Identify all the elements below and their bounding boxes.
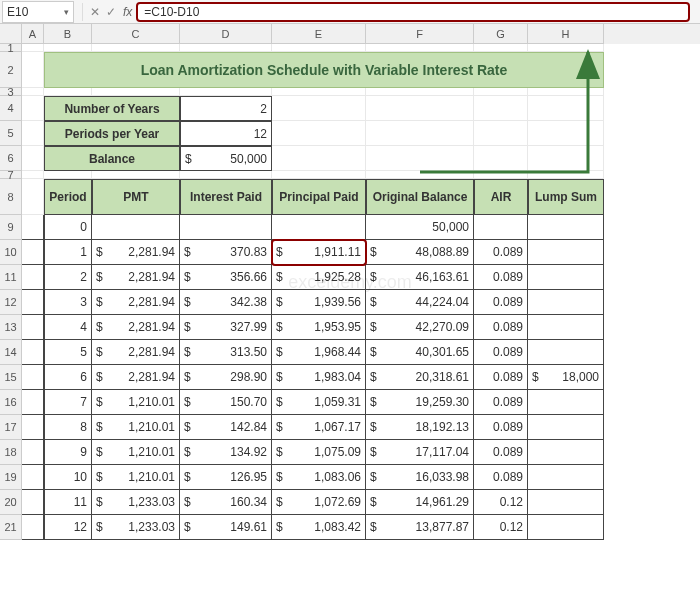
row-header[interactable]: 8 <box>0 179 22 215</box>
cell-interest[interactable]: $142.84 <box>180 415 272 440</box>
cell[interactable] <box>474 88 528 96</box>
cell[interactable] <box>22 146 44 171</box>
cell-period[interactable]: 12 <box>44 515 92 540</box>
cell-lump-sum[interactable] <box>528 315 604 340</box>
accept-formula-button[interactable]: ✓ <box>103 5 119 19</box>
cell[interactable] <box>22 265 44 290</box>
cell[interactable] <box>22 340 44 365</box>
col-header-F[interactable]: F <box>366 24 474 44</box>
cell-principal[interactable]: $1,983.04 <box>272 365 366 390</box>
cell-air[interactable]: 0.089 <box>474 265 528 290</box>
cell[interactable] <box>22 465 44 490</box>
cell-lump-sum[interactable] <box>528 440 604 465</box>
cell[interactable] <box>474 146 528 171</box>
cell-pmt[interactable]: $2,281.94 <box>92 315 180 340</box>
row-header[interactable]: 21 <box>0 515 22 540</box>
cell-pmt[interactable]: $2,281.94 <box>92 365 180 390</box>
cell-lump-sum[interactable] <box>528 265 604 290</box>
cell-period[interactable]: 8 <box>44 415 92 440</box>
cell-interest[interactable]: $298.90 <box>180 365 272 390</box>
cell-principal[interactable]: $1,072.69 <box>272 490 366 515</box>
cell-original-balance[interactable]: $44,224.04 <box>366 290 474 315</box>
cell[interactable] <box>22 52 44 88</box>
cell-principal[interactable]: $1,953.95 <box>272 315 366 340</box>
row-header[interactable]: 16 <box>0 390 22 415</box>
cell-period[interactable]: 10 <box>44 465 92 490</box>
formula-input[interactable]: =C10-D10 <box>136 2 690 22</box>
cell-pmt[interactable]: $1,210.01 <box>92 415 180 440</box>
row-header[interactable]: 3 <box>0 88 22 96</box>
cell-interest[interactable]: $126.95 <box>180 465 272 490</box>
cell-interest[interactable]: $356.66 <box>180 265 272 290</box>
cell-pmt[interactable]: $1,210.01 <box>92 440 180 465</box>
param-value[interactable]: 12 <box>180 121 272 146</box>
cell[interactable] <box>272 44 366 52</box>
cell[interactable] <box>366 146 474 171</box>
cell[interactable] <box>180 88 272 96</box>
cell[interactable] <box>528 96 604 121</box>
cell-pmt[interactable]: $2,281.94 <box>92 265 180 290</box>
cell-lump-sum[interactable] <box>528 490 604 515</box>
cell-pmt[interactable]: $2,281.94 <box>92 240 180 265</box>
row-header[interactable]: 4 <box>0 96 22 121</box>
cell-air[interactable]: 0.089 <box>474 290 528 315</box>
cell-interest[interactable]: $149.61 <box>180 515 272 540</box>
fx-icon[interactable]: fx <box>123 5 132 19</box>
cell[interactable] <box>22 179 44 215</box>
cell-air[interactable]: 0.089 <box>474 465 528 490</box>
cell-original-balance[interactable]: $16,033.98 <box>366 465 474 490</box>
cell[interactable] <box>474 96 528 121</box>
cell-original-balance[interactable]: $17,117.04 <box>366 440 474 465</box>
cell-air[interactable]: 0.089 <box>474 340 528 365</box>
cell[interactable] <box>22 365 44 390</box>
cell-original-balance[interactable]: $18,192.13 <box>366 415 474 440</box>
cell-air[interactable]: 0.089 <box>474 240 528 265</box>
cell-lump-sum[interactable] <box>528 390 604 415</box>
cell[interactable] <box>22 440 44 465</box>
cell[interactable] <box>366 44 474 52</box>
cell-principal[interactable]: $1,067.17 <box>272 415 366 440</box>
cell-lump-sum[interactable] <box>528 465 604 490</box>
row-header[interactable]: 10 <box>0 240 22 265</box>
cell[interactable] <box>528 146 604 171</box>
cell-original-balance[interactable]: $42,270.09 <box>366 315 474 340</box>
cell-interest[interactable]: $327.99 <box>180 315 272 340</box>
cell-pmt[interactable]: $1,233.03 <box>92 515 180 540</box>
cell[interactable] <box>366 121 474 146</box>
cell-original-balance[interactable]: $40,301.65 <box>366 340 474 365</box>
cell-lump-sum[interactable]: $18,000 <box>528 365 604 390</box>
cancel-formula-button[interactable]: ✕ <box>87 5 103 19</box>
cell-lump-sum[interactable] <box>528 215 604 240</box>
cell-lump-sum[interactable] <box>528 515 604 540</box>
cell-period[interactable]: 5 <box>44 340 92 365</box>
cell[interactable] <box>92 88 180 96</box>
cell[interactable] <box>22 315 44 340</box>
row-header[interactable]: 17 <box>0 415 22 440</box>
cell-original-balance[interactable]: $14,961.29 <box>366 490 474 515</box>
col-header-G[interactable]: G <box>474 24 528 44</box>
cell[interactable] <box>272 146 366 171</box>
cell-air[interactable]: 0.089 <box>474 390 528 415</box>
cell-principal[interactable]: $1,925.28 <box>272 265 366 290</box>
cell-original-balance[interactable]: $19,259.30 <box>366 390 474 415</box>
cell[interactable] <box>22 88 44 96</box>
cell-air[interactable]: 0.089 <box>474 365 528 390</box>
cell-original-balance[interactable]: $13,877.87 <box>366 515 474 540</box>
col-header-C[interactable]: C <box>92 24 180 44</box>
cell[interactable] <box>22 121 44 146</box>
row-header[interactable]: 11 <box>0 265 22 290</box>
cell-pmt[interactable]: $1,233.03 <box>92 490 180 515</box>
cell-period[interactable]: 3 <box>44 290 92 315</box>
cell-period[interactable]: 11 <box>44 490 92 515</box>
cell-original-balance[interactable]: $48,088.89 <box>366 240 474 265</box>
col-header-A[interactable]: A <box>22 24 44 44</box>
cell[interactable] <box>366 96 474 121</box>
col-header-E[interactable]: E <box>272 24 366 44</box>
row-header[interactable]: 18 <box>0 440 22 465</box>
col-header-H[interactable]: H <box>528 24 604 44</box>
cell-lump-sum[interactable] <box>528 340 604 365</box>
cell-period[interactable]: 6 <box>44 365 92 390</box>
cell[interactable] <box>22 290 44 315</box>
cell[interactable] <box>22 515 44 540</box>
cell[interactable] <box>22 390 44 415</box>
